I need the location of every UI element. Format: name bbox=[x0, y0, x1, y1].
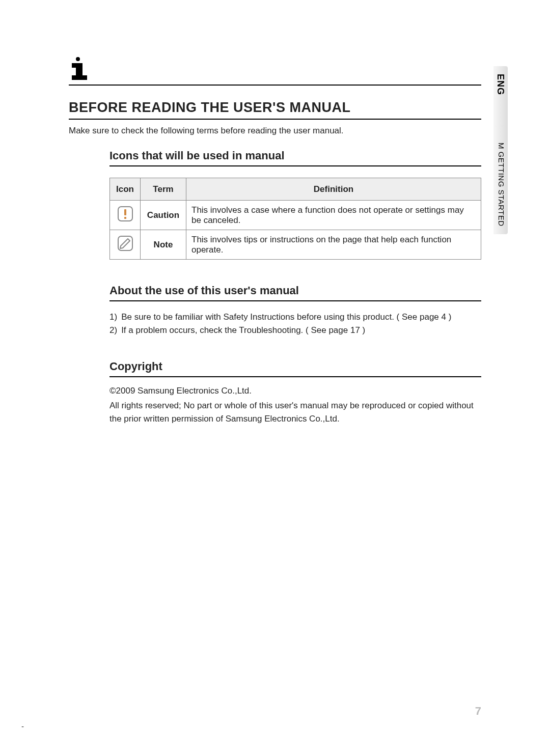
copyright-section-title: Copyright bbox=[109, 360, 481, 377]
icons-section-title: Icons that will be used in manual bbox=[109, 149, 481, 166]
note-term: Note bbox=[141, 230, 186, 260]
caution-definition: This involves a case where a function do… bbox=[186, 201, 481, 230]
page-number: 7 bbox=[475, 705, 481, 718]
svg-point-0 bbox=[76, 57, 80, 61]
about-section-title: About the use of this user's manual bbox=[109, 284, 481, 301]
copyright-section: Copyright ©2009 Samsung Electronics Co.,… bbox=[109, 360, 481, 426]
item-number: 1) bbox=[109, 311, 117, 324]
copyright-line-2: All rights reserved; No part or whole of… bbox=[109, 399, 481, 425]
caution-icon-cell bbox=[110, 201, 141, 230]
table-row: Note This involves tips or instructions … bbox=[110, 230, 481, 260]
th-definition: Definition bbox=[186, 178, 481, 201]
page-content: BEFORE READING THE USER'S MANUAL Make su… bbox=[0, 0, 550, 447]
about-section: About the use of this user's manual 1) B… bbox=[109, 284, 481, 338]
logo-area bbox=[69, 56, 481, 82]
svg-rect-3 bbox=[72, 75, 87, 80]
caution-term: Caution bbox=[141, 201, 186, 230]
caution-icon bbox=[117, 215, 134, 225]
svg-rect-6 bbox=[124, 217, 126, 219]
note-icon bbox=[117, 244, 134, 254]
copyright-line-1: ©2009 Samsung Electronics Co.,Ltd. bbox=[109, 384, 481, 398]
intro-text: Make sure to check the following terms b… bbox=[69, 126, 481, 136]
footer-mark: - bbox=[21, 722, 24, 731]
svg-rect-5 bbox=[124, 209, 126, 215]
item-number: 2) bbox=[109, 324, 117, 337]
list-item: 2) If a problem occurs, check the Troubl… bbox=[109, 324, 481, 337]
page-title: BEFORE READING THE USER'S MANUAL bbox=[69, 100, 481, 120]
logo-underline bbox=[69, 85, 481, 86]
item-text: Be sure to be familiar with Safety Instr… bbox=[121, 311, 451, 324]
item-text: If a problem occurs, check the Troublesh… bbox=[121, 324, 365, 337]
note-definition: This involves tips or instructions on th… bbox=[186, 230, 481, 260]
about-list: 1) Be sure to be familiar with Safety In… bbox=[109, 311, 481, 338]
list-item: 1) Be sure to be familiar with Safety In… bbox=[109, 311, 481, 324]
th-icon: Icon bbox=[110, 178, 141, 201]
th-term: Term bbox=[141, 178, 186, 201]
icons-section: Icons that will be used in manual Icon T… bbox=[109, 149, 481, 260]
copyright-body: ©2009 Samsung Electronics Co.,Ltd. All r… bbox=[109, 384, 481, 426]
note-icon-cell bbox=[110, 230, 141, 260]
info-logo-icon bbox=[69, 56, 92, 82]
icons-table: Icon Term Definition bbox=[109, 178, 481, 260]
table-row: Caution This involves a case where a fun… bbox=[110, 201, 481, 230]
